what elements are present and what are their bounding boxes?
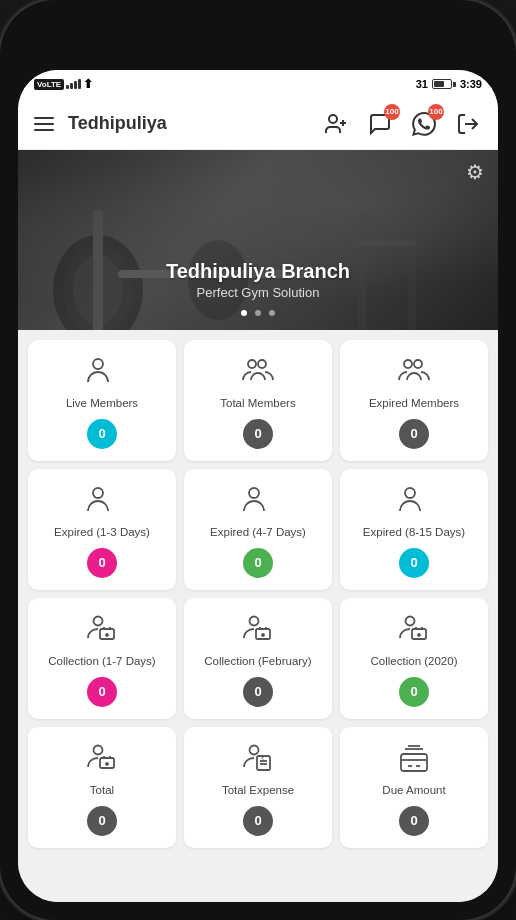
header-title: Tedhipuliya bbox=[68, 113, 308, 134]
expired-4-7-label: Expired (4-7 Days) bbox=[210, 525, 306, 540]
svg-point-23 bbox=[106, 634, 108, 636]
hero-section: Tedhipuliya Branch Perfect Gym Solution … bbox=[18, 150, 498, 330]
svg-text:₹: ₹ bbox=[261, 755, 264, 761]
card-expired-1-3[interactable]: Expired (1-3 Days) 0 bbox=[28, 469, 176, 590]
battery-icon bbox=[432, 79, 456, 89]
collection-feb-count: 0 bbox=[243, 677, 273, 707]
card-expired-8-15[interactable]: Expired (8-15 Days) 0 bbox=[340, 469, 488, 590]
due-amount-label: Due Amount bbox=[382, 783, 445, 798]
total-expense-count: 0 bbox=[243, 806, 273, 836]
due-amount-count: 0 bbox=[399, 806, 429, 836]
expired-4-7-count: 0 bbox=[243, 548, 273, 578]
live-members-icon bbox=[84, 354, 120, 390]
card-live-members[interactable]: Live Members 0 bbox=[28, 340, 176, 461]
collection-2020-icon bbox=[396, 612, 432, 648]
collection-feb-icon bbox=[240, 612, 276, 648]
expired-1-3-label: Expired (1-3 Days) bbox=[54, 525, 150, 540]
expired-members-count: 0 bbox=[399, 419, 429, 449]
svg-point-34 bbox=[250, 745, 259, 754]
dot-1 bbox=[241, 310, 247, 316]
hero-subtitle: Perfect Gym Solution bbox=[18, 285, 498, 300]
card-total-expense[interactable]: ₹ Total Expense 0 bbox=[184, 727, 332, 848]
svg-point-17 bbox=[404, 360, 412, 368]
collection-1-7-count: 0 bbox=[87, 677, 117, 707]
phone-screen: VoLTE ⬆ 31 3:39 bbox=[18, 70, 498, 902]
total-expense-icon: ₹ bbox=[240, 741, 276, 777]
expired-8-15-count: 0 bbox=[399, 548, 429, 578]
phone-frame: VoLTE ⬆ 31 3:39 bbox=[0, 0, 516, 920]
svg-rect-13 bbox=[358, 240, 416, 246]
logout-button[interactable] bbox=[450, 106, 486, 142]
header-icons: 100 100 bbox=[318, 106, 486, 142]
messages-button[interactable]: 100 bbox=[362, 106, 398, 142]
svg-point-29 bbox=[418, 634, 420, 636]
svg-point-22 bbox=[94, 616, 103, 625]
collection-1-7-icon bbox=[84, 612, 120, 648]
dot-3 bbox=[269, 310, 275, 316]
svg-point-32 bbox=[106, 763, 108, 765]
collection-1-7-label: Collection (1-7 Days) bbox=[48, 654, 155, 669]
collection-2020-label: Collection (2020) bbox=[371, 654, 458, 669]
svg-point-20 bbox=[249, 488, 259, 498]
svg-point-14 bbox=[93, 359, 103, 369]
settings-button[interactable]: ⚙ bbox=[466, 160, 484, 184]
messages-badge: 100 bbox=[384, 104, 400, 120]
svg-point-25 bbox=[250, 616, 259, 625]
svg-point-16 bbox=[258, 360, 266, 368]
expired-8-15-icon bbox=[396, 483, 432, 519]
svg-point-18 bbox=[414, 360, 422, 368]
svg-point-21 bbox=[405, 488, 415, 498]
svg-point-31 bbox=[94, 745, 103, 754]
cards-grid: Live Members 0 Total Members bbox=[28, 340, 488, 848]
expired-8-15-label: Expired (8-15 Days) bbox=[363, 525, 465, 540]
live-members-count: 0 bbox=[87, 419, 117, 449]
card-collection-1-7[interactable]: Collection (1-7 Days) 0 bbox=[28, 598, 176, 719]
expired-members-icon bbox=[396, 354, 432, 390]
header: Tedhipuliya 100 bbox=[18, 98, 498, 150]
expired-1-3-icon bbox=[84, 483, 120, 519]
status-bar: VoLTE ⬆ 31 3:39 bbox=[18, 70, 498, 98]
carousel-dots bbox=[18, 302, 498, 320]
hero-title: Tedhipuliya Branch bbox=[18, 260, 498, 283]
whatsapp-badge: 100 bbox=[428, 104, 444, 120]
collection-feb-label: Collection (February) bbox=[204, 654, 311, 669]
hero-text: Tedhipuliya Branch Perfect Gym Solution bbox=[18, 260, 498, 300]
wifi-icon: ⬆ bbox=[83, 77, 93, 91]
due-amount-icon bbox=[396, 741, 432, 777]
menu-button[interactable] bbox=[30, 113, 58, 135]
expired-members-label: Expired Members bbox=[369, 396, 459, 411]
logout-icon bbox=[456, 112, 480, 136]
card-total-members[interactable]: Total Members 0 bbox=[184, 340, 332, 461]
svg-point-19 bbox=[93, 488, 103, 498]
card-expired-members[interactable]: Expired Members 0 bbox=[340, 340, 488, 461]
total-expense-label: Total Expense bbox=[222, 783, 294, 798]
total-count: 0 bbox=[87, 806, 117, 836]
expired-1-3-count: 0 bbox=[87, 548, 117, 578]
total-members-label: Total Members bbox=[220, 396, 295, 411]
card-expired-4-7[interactable]: Expired (4-7 Days) 0 bbox=[184, 469, 332, 590]
card-due-amount[interactable]: Due Amount 0 bbox=[340, 727, 488, 848]
cards-section: Live Members 0 Total Members bbox=[18, 330, 498, 902]
add-member-icon bbox=[324, 112, 348, 136]
svg-rect-39 bbox=[401, 754, 427, 771]
dot-2 bbox=[255, 310, 261, 316]
signal-icon bbox=[66, 79, 81, 89]
total-label: Total bbox=[90, 783, 114, 798]
svg-point-26 bbox=[262, 634, 264, 636]
svg-point-28 bbox=[406, 616, 415, 625]
card-collection-2020[interactable]: Collection (2020) 0 bbox=[340, 598, 488, 719]
total-icon bbox=[84, 741, 120, 777]
card-collection-feb[interactable]: Collection (February) 0 bbox=[184, 598, 332, 719]
total-members-icon bbox=[240, 354, 276, 390]
svg-point-15 bbox=[248, 360, 256, 368]
card-total[interactable]: Total 0 bbox=[28, 727, 176, 848]
whatsapp-button[interactable]: 100 bbox=[406, 106, 442, 142]
volte-indicator: VoLTE bbox=[34, 79, 64, 90]
live-members-label: Live Members bbox=[66, 396, 138, 411]
expired-4-7-icon bbox=[240, 483, 276, 519]
svg-point-0 bbox=[329, 115, 337, 123]
add-member-button[interactable] bbox=[318, 106, 354, 142]
battery-level: 31 bbox=[416, 78, 428, 90]
collection-2020-count: 0 bbox=[399, 677, 429, 707]
time-display: 3:39 bbox=[460, 78, 482, 90]
